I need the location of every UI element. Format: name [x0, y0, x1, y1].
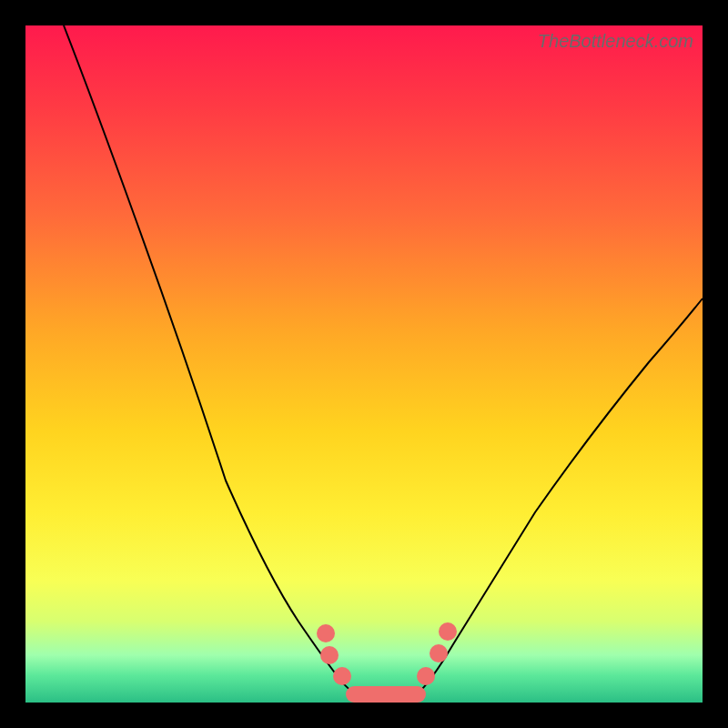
bead-icon — [333, 667, 351, 685]
bead-bar-icon — [346, 686, 426, 703]
bead-icon — [430, 644, 448, 662]
chart-frame: TheBottleneck.com — [0, 0, 728, 728]
bead-icon — [317, 624, 335, 642]
plot-area: TheBottleneck.com — [25, 25, 703, 703]
bead-icon — [439, 622, 457, 641]
marker-beads — [25, 25, 703, 703]
bead-icon — [417, 667, 435, 685]
bead-icon — [320, 646, 339, 664]
